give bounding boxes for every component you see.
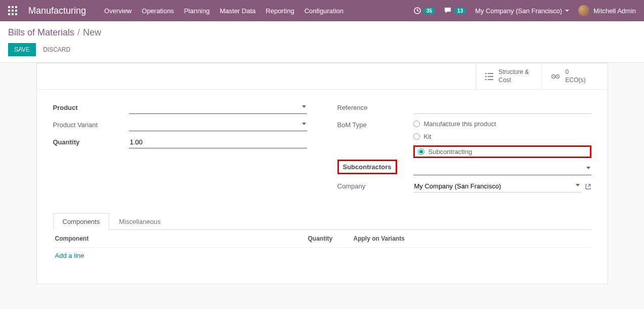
radio-icon	[413, 121, 420, 127]
bom-type-manufacture-label: Manufacture this product	[424, 120, 496, 128]
menu-master-data[interactable]: Master Data	[220, 7, 255, 15]
chat-icon	[444, 7, 452, 14]
breadcrumb-current: New	[83, 27, 101, 38]
notebook-tabs: Components Miscellaneous	[53, 213, 591, 230]
breadcrumb: Bills of Materials / New	[8, 27, 636, 38]
svg-point-4	[557, 76, 558, 77]
list-icon	[485, 72, 494, 81]
menu-configuration[interactable]: Configuration	[305, 7, 344, 15]
ecos-count: 0	[566, 68, 586, 76]
bom-type-radio-group: Manufacture this product Kit Subcon	[413, 119, 591, 158]
avatar	[578, 5, 589, 16]
add-line-link[interactable]: Add a line	[53, 248, 591, 263]
variant-label: Product Variant	[53, 119, 129, 129]
company-name: My Company (San Francisco)	[475, 7, 562, 15]
company-input[interactable]	[413, 180, 581, 192]
external-link-icon[interactable]	[585, 183, 591, 190]
highlight-subcontracting: Subcontracting	[413, 145, 591, 158]
product-input[interactable]	[129, 102, 307, 114]
clock-icon	[413, 7, 421, 15]
ecos-label: ECO(s)	[566, 76, 586, 85]
main-menu: Overview Operations Planning Master Data…	[104, 7, 413, 15]
save-button[interactable]: SAVE	[8, 43, 36, 56]
radio-checked-icon	[418, 148, 424, 155]
bom-type-kit-label: Kit	[424, 133, 432, 140]
breadcrumb-bar: Bills of Materials / New	[0, 21, 644, 38]
ecos-button[interactable]: 0 ECO(s)	[542, 63, 608, 89]
top-navbar: Manufacturing Overview Operations Planni…	[0, 0, 644, 21]
form-body: Product Product Variant	[37, 90, 608, 203]
action-bar: SAVE DISCARD	[0, 38, 644, 63]
app-title[interactable]: Manufacturing	[28, 6, 86, 16]
discuss-badge: 13	[454, 8, 466, 14]
discuss-indicator[interactable]: 13	[444, 7, 466, 14]
quantity-label: Quantity	[53, 136, 129, 146]
bom-type-subcontracting-label: Subcontracting	[428, 148, 473, 156]
structure-cost-l2: Cost	[499, 76, 529, 85]
reference-label: Reference	[337, 102, 413, 111]
subcontractors-label-highlight: Subcontractors	[337, 160, 397, 174]
company-switcher[interactable]: My Company (San Francisco)	[475, 7, 569, 15]
col-variants: Apply on Variants	[349, 235, 591, 242]
activity-badge: 35	[423, 8, 435, 14]
activity-indicator[interactable]: 35	[413, 7, 435, 15]
col-component: Component	[53, 235, 308, 242]
subcontractors-label: Subcontractors	[343, 163, 392, 171]
table-header: Component Quantity Apply on Variants	[53, 230, 591, 248]
discard-button[interactable]: DISCARD	[43, 46, 70, 53]
reference-input[interactable]	[413, 102, 591, 114]
breadcrumb-link[interactable]: Bills of Materials	[8, 27, 74, 38]
caret-down-icon	[565, 10, 569, 12]
tab-miscellaneous[interactable]: Miscellaneous	[109, 213, 170, 230]
svg-point-3	[553, 76, 554, 77]
structure-cost-l1: Structure &	[499, 68, 529, 76]
col-quantity: Quantity	[308, 235, 349, 242]
variant-input[interactable]	[129, 119, 307, 131]
user-menu[interactable]: Mitchell Admin	[578, 5, 636, 16]
apps-icon[interactable]	[8, 6, 17, 15]
systray: 35 13 My Company (San Francisco) Mitchel…	[413, 5, 636, 16]
menu-planning[interactable]: Planning	[184, 7, 210, 15]
subcontractors-input[interactable]	[413, 163, 591, 175]
menu-operations[interactable]: Operations	[142, 7, 174, 15]
user-name: Mitchell Admin	[593, 7, 636, 15]
form-sheet: Structure & Cost 0 ECO(s) Product	[36, 63, 608, 284]
stat-button-box: Structure & Cost 0 ECO(s)	[37, 63, 608, 90]
breadcrumb-sep: /	[77, 27, 80, 38]
bom-type-label: BoM Type	[337, 119, 413, 129]
structure-cost-button[interactable]: Structure & Cost	[476, 63, 542, 89]
components-table: Component Quantity Apply on Variants Add…	[37, 230, 608, 284]
bom-type-kit[interactable]: Kit	[413, 133, 591, 140]
company-label: Company	[337, 180, 413, 190]
radio-icon	[413, 133, 420, 140]
bom-type-subcontracting[interactable]: Subcontracting	[418, 148, 587, 156]
bom-type-manufacture[interactable]: Manufacture this product	[413, 120, 591, 128]
menu-overview[interactable]: Overview	[104, 7, 132, 15]
tab-components[interactable]: Components	[53, 213, 110, 230]
product-label: Product	[53, 102, 129, 111]
quantity-input[interactable]	[129, 136, 307, 148]
gears-icon	[550, 72, 561, 81]
menu-reporting[interactable]: Reporting	[266, 7, 294, 15]
